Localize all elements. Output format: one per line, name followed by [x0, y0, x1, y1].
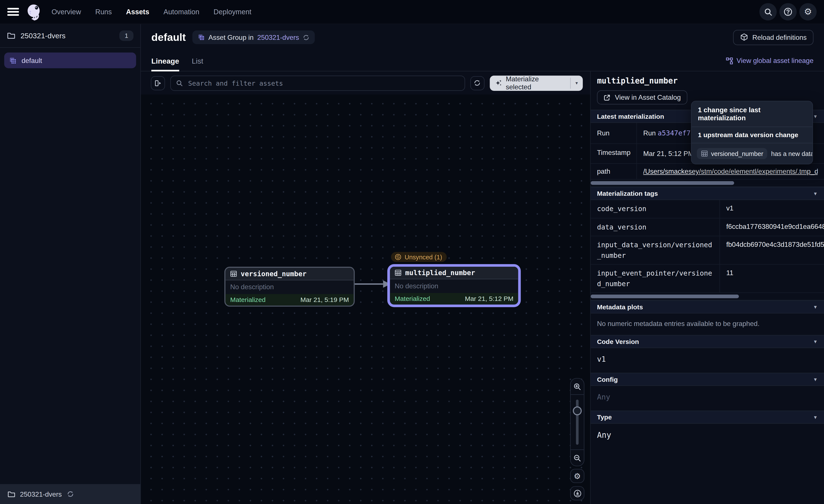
zoom-slider[interactable]	[571, 394, 584, 450]
section-code-version[interactable]: Code Version ▼	[591, 335, 824, 348]
metadata-plots-empty-text: No numeric metadata entries available to…	[591, 313, 824, 335]
scrollbar-thumb[interactable]	[591, 295, 739, 298]
asset-groups-sidebar: 250321-dvers 1 default 250321-dvers	[0, 24, 141, 504]
search-input[interactable]	[187, 79, 459, 87]
zoom-out-button[interactable]	[571, 450, 584, 466]
sidebar-group-name: 250321-dvers	[21, 31, 66, 40]
asset-node-description: No description	[390, 279, 518, 293]
gear-icon: ⚙	[574, 472, 581, 480]
section-config[interactable]: Config ▼	[591, 373, 824, 386]
table-icon	[701, 150, 708, 157]
tag-key: data_version	[591, 218, 720, 236]
settings-gear-icon[interactable]: ⚙	[799, 3, 817, 20]
unsynced-badge-graph[interactable]: Unsynced (1)	[391, 252, 447, 262]
scrollbar-thumb[interactable]	[591, 181, 734, 185]
asset-node-versioned-number[interactable]: versioned_number No description Material…	[224, 267, 354, 306]
asset-group-badge[interactable]: Asset Group in 250321-dvers	[192, 30, 315, 44]
lineage-canvas[interactable]: Unsynced (1)	[141, 95, 590, 504]
code-version-value: v1	[591, 348, 824, 373]
nav-deployment[interactable]: Deployment	[213, 8, 251, 16]
table-row-path: path /Users/smackesey/stm/code/elementl/…	[591, 164, 824, 179]
tooltip-title: 1 change since last materialization	[692, 101, 812, 127]
sparkle-icon	[495, 80, 502, 87]
nav-assets[interactable]: Assets	[126, 8, 149, 16]
zoom-slider-handle[interactable]	[573, 406, 582, 415]
zoom-in-button[interactable]	[571, 379, 584, 394]
sidebar-group-row[interactable]: 250321-dvers 1	[0, 24, 140, 48]
asset-group-badge-link[interactable]: 250321-dvers	[257, 33, 299, 41]
asset-node-status: Materialized	[230, 296, 266, 303]
tag-value: fb04dcb6970e4c3d1873de51fd5a5	[720, 236, 824, 264]
lineage-edge-arrow	[354, 278, 391, 290]
code-location-footer[interactable]: 250321-dvers	[0, 484, 140, 504]
search-icon[interactable]	[759, 3, 777, 20]
tag-value: v1	[720, 200, 824, 218]
refresh-icon[interactable]	[303, 34, 310, 41]
timestamp-value: Mar 21, 5:12 PM	[643, 150, 694, 157]
dagster-logo-icon[interactable]	[25, 3, 43, 21]
chevron-down-icon[interactable]: ▼	[813, 114, 818, 119]
horizontal-scrollbar	[591, 179, 824, 187]
graph-settings-button[interactable]: ⚙	[570, 469, 585, 483]
reload-location-icon[interactable]	[67, 490, 74, 498]
asset-node-status: Materialized	[395, 295, 430, 302]
chevron-down-icon[interactable]: ▼	[813, 414, 818, 420]
sidebar-item-default[interactable]: default	[4, 52, 136, 69]
refresh-icon	[474, 80, 481, 87]
tab-lineage[interactable]: Lineage	[151, 50, 179, 71]
help-icon[interactable]	[780, 3, 797, 20]
path-link[interactable]: /Users/smackesey/stm/code/elementl/exper…	[643, 167, 818, 175]
nav-runs[interactable]: Runs	[95, 8, 112, 16]
asset-search-box	[170, 75, 465, 91]
row-label: path	[591, 164, 637, 179]
table-row-tag: input_data_version/versioned_number fb04…	[591, 236, 824, 265]
section-materialization-tags[interactable]: Materialization tags ▼	[591, 187, 824, 200]
view-in-asset-catalog-button[interactable]: View in Asset Catalog	[597, 90, 687, 105]
chevron-down-icon[interactable]: ▼	[813, 191, 818, 196]
primary-nav: Overview Runs Assets Automation Deployme…	[51, 8, 251, 16]
table-icon	[230, 270, 237, 277]
chevron-down-icon[interactable]: ▼	[813, 377, 818, 382]
run-id-link[interactable]: a5347ef7	[658, 129, 691, 137]
horizontal-scrollbar	[591, 293, 824, 300]
chevron-down-icon[interactable]: ▼	[813, 304, 818, 309]
row-label: Run	[591, 123, 637, 143]
chevron-down-icon[interactable]: ▼	[813, 339, 818, 344]
expand-sidebar-button[interactable]	[151, 76, 165, 90]
section-type[interactable]: Type ▼	[591, 410, 824, 424]
unsynced-tooltip: 1 change since last materialization 1 up…	[691, 101, 813, 164]
upstream-asset-pill[interactable]: versioned_number	[697, 148, 767, 159]
nav-overview[interactable]: Overview	[51, 8, 81, 16]
asset-node-timestamp: Mar 21, 5:19 PM	[300, 296, 349, 303]
section-metadata-plots[interactable]: Metadata plots ▼	[591, 300, 824, 313]
config-value: Any	[591, 386, 824, 410]
hamburger-menu-icon[interactable]	[7, 8, 19, 16]
tab-list[interactable]: List	[192, 50, 203, 71]
asset-group-badge-text: Asset Group in	[208, 33, 254, 41]
tag-key: code_version	[591, 200, 720, 218]
tooltip-subtitle: 1 upstream data version change	[692, 127, 812, 143]
materialize-selected-button[interactable]: Materialize selected ▾	[490, 75, 583, 91]
top-nav-actions: ⚙	[759, 3, 817, 20]
zoom-out-icon	[573, 454, 581, 462]
asset-node-name: multiplied_number	[405, 269, 475, 277]
tabs-bar: Lineage List View global asset lineage	[141, 50, 824, 72]
materialize-dropdown-caret[interactable]: ▾	[571, 75, 583, 91]
selected-asset-title: multiplied_number	[597, 76, 818, 86]
asset-group-icon	[197, 33, 205, 41]
asset-node-multiplied-number[interactable]: multiplied_number No description Materia…	[389, 266, 519, 305]
sidebar-item-label: default	[22, 56, 42, 64]
top-nav: Overview Runs Assets Automation Deployme…	[0, 0, 824, 24]
download-graph-button[interactable]	[570, 486, 585, 501]
view-global-asset-lineage-link[interactable]: View global asset lineage	[725, 57, 814, 65]
tag-value: f6ccba1776380941e9cd1ea66481d	[720, 218, 824, 236]
table-row-tag: code_version v1	[591, 200, 824, 218]
asset-node-name: versioned_number	[241, 270, 307, 278]
search-icon	[176, 80, 183, 87]
nav-automation[interactable]: Automation	[164, 8, 199, 16]
sidebar-group-count: 1	[119, 30, 133, 41]
graph-toolbar: Materialize selected ▾	[141, 72, 590, 95]
reload-definitions-button[interactable]: Reload definitions	[733, 30, 813, 45]
tooltip-description: has a new data version	[771, 150, 813, 157]
refresh-graph-button[interactable]	[470, 76, 485, 90]
